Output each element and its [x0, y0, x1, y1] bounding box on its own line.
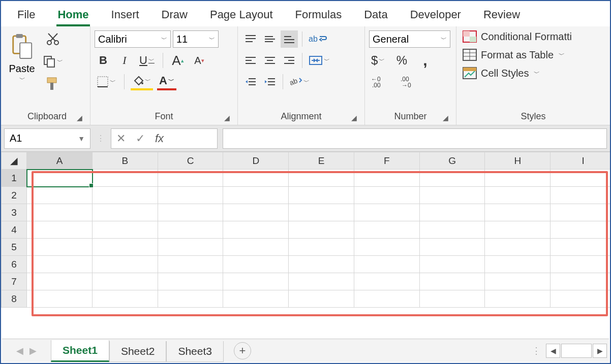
underline-button[interactable]: U﹀: [137, 52, 157, 69]
conditional-formatting-button[interactable]: Conditional Formatti: [461, 30, 606, 43]
col-header-I[interactable]: I: [551, 152, 610, 170]
cell[interactable]: [485, 221, 551, 239]
cell[interactable]: [93, 239, 158, 256]
paste-button[interactable]: [8, 30, 36, 63]
cell[interactable]: [27, 256, 93, 273]
cell[interactable]: [354, 221, 419, 239]
sheet-tab-1[interactable]: Sheet1: [51, 340, 109, 362]
cell[interactable]: [289, 239, 354, 256]
align-middle-button[interactable]: [261, 30, 279, 48]
sheet-tab-2[interactable]: Sheet2: [109, 341, 167, 362]
cell[interactable]: [223, 187, 289, 204]
row-header-4[interactable]: 4: [2, 221, 27, 239]
tab-review[interactable]: Review: [482, 6, 521, 26]
cell[interactable]: [223, 239, 289, 256]
tab-developer[interactable]: Developer: [409, 6, 462, 26]
cell[interactable]: [27, 204, 93, 221]
sheet-bar-options[interactable]: ⋮: [528, 345, 545, 356]
row-header-7[interactable]: 7: [2, 273, 27, 290]
font-size-combo[interactable]: 11﹀: [173, 30, 219, 48]
comma-button[interactable]: ,: [416, 52, 434, 69]
cell[interactable]: [485, 256, 551, 273]
formula-input[interactable]: [223, 128, 607, 149]
bold-button[interactable]: B: [95, 52, 112, 69]
decrease-decimal-button[interactable]: .00→0: [399, 73, 419, 90]
name-box[interactable]: A1 ▼: [4, 128, 90, 149]
cell[interactable]: [289, 221, 354, 239]
tab-data[interactable]: Data: [363, 6, 388, 26]
cell[interactable]: [289, 256, 354, 273]
tab-home[interactable]: Home: [56, 6, 89, 26]
decrease-font-button[interactable]: A▾: [191, 52, 208, 69]
cell[interactable]: [354, 239, 419, 256]
increase-decimal-button[interactable]: ←0.00: [369, 73, 389, 90]
col-header-G[interactable]: G: [419, 152, 485, 170]
col-header-B[interactable]: B: [93, 152, 158, 170]
col-header-H[interactable]: H: [485, 152, 551, 170]
cell[interactable]: [93, 187, 158, 204]
cell[interactable]: [93, 256, 158, 273]
cell[interactable]: [223, 256, 289, 273]
row-header-5[interactable]: 5: [2, 239, 27, 256]
borders-button[interactable]: ﹀: [95, 73, 118, 90]
cell[interactable]: [354, 256, 419, 273]
cell[interactable]: [419, 187, 485, 204]
number-format-combo[interactable]: General﹀: [369, 30, 450, 48]
cell[interactable]: [551, 290, 610, 308]
row-header-6[interactable]: 6: [2, 256, 27, 273]
cell[interactable]: [354, 170, 419, 187]
align-right-button[interactable]: [281, 52, 298, 69]
cell[interactable]: [223, 221, 289, 239]
italic-button[interactable]: I: [116, 52, 133, 69]
font-color-button[interactable]: A﹀: [157, 73, 176, 90]
cell[interactable]: [158, 273, 223, 290]
row-header-1[interactable]: 1: [2, 170, 27, 187]
cell[interactable]: [158, 256, 223, 273]
paste-dropdown[interactable]: ﹀: [13, 75, 30, 84]
cell[interactable]: [27, 187, 93, 204]
select-all-corner[interactable]: ◢: [2, 152, 27, 170]
align-left-button[interactable]: [242, 52, 259, 69]
cell[interactable]: [289, 170, 354, 187]
alignment-dialog-launcher[interactable]: ◢: [351, 114, 359, 122]
col-header-D[interactable]: D: [223, 152, 289, 170]
fill-color-button[interactable]: ﹀: [131, 73, 153, 90]
sheet-tab-3[interactable]: Sheet3: [166, 341, 224, 362]
cell[interactable]: [223, 290, 289, 308]
clipboard-dialog-launcher[interactable]: ◢: [77, 114, 85, 122]
row-header-3[interactable]: 3: [2, 204, 27, 221]
cell[interactable]: [27, 221, 93, 239]
cell[interactable]: [354, 273, 419, 290]
tab-page-layout[interactable]: Page Layout: [209, 6, 274, 26]
cell[interactable]: [551, 187, 610, 204]
cell[interactable]: [158, 239, 223, 256]
cell[interactable]: [551, 256, 610, 273]
cell[interactable]: [27, 239, 93, 256]
decrease-indent-button[interactable]: [242, 73, 259, 90]
cell[interactable]: [93, 290, 158, 308]
align-top-button[interactable]: [242, 30, 259, 48]
cell[interactable]: [223, 170, 289, 187]
tab-draw[interactable]: Draw: [161, 6, 189, 26]
cell[interactable]: [485, 290, 551, 308]
cell[interactable]: [354, 204, 419, 221]
copy-button[interactable]: ﹀: [41, 53, 65, 70]
col-header-F[interactable]: F: [354, 152, 419, 170]
cell[interactable]: [419, 239, 485, 256]
cell[interactable]: [223, 204, 289, 221]
cell[interactable]: [485, 204, 551, 221]
cell[interactable]: [158, 187, 223, 204]
cell[interactable]: [289, 273, 354, 290]
row-header-8[interactable]: 8: [2, 290, 27, 308]
cell[interactable]: [27, 290, 93, 308]
format-painter-button[interactable]: [41, 75, 65, 92]
cut-button[interactable]: [41, 30, 65, 48]
sheet-next-button[interactable]: ▶: [29, 345, 37, 356]
cell[interactable]: [289, 290, 354, 308]
tab-insert[interactable]: Insert: [110, 6, 140, 26]
merge-button[interactable]: ﹀: [307, 52, 332, 69]
cell[interactable]: [354, 290, 419, 308]
cell[interactable]: [289, 187, 354, 204]
cell[interactable]: [485, 239, 551, 256]
cell[interactable]: [93, 204, 158, 221]
